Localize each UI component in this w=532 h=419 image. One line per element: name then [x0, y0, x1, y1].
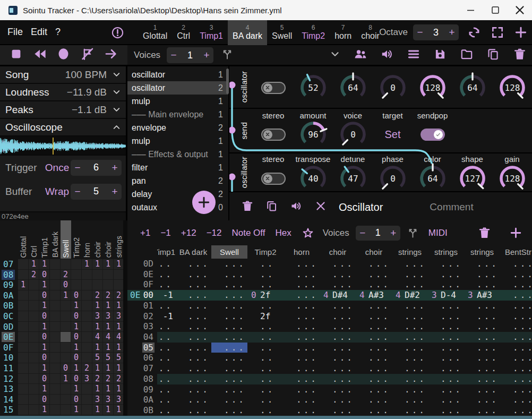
note-cell[interactable]: ... [464, 332, 500, 343]
order-cell[interactable] [29, 353, 39, 363]
note-cell[interactable]: .. [247, 405, 284, 416]
order-cell[interactable]: 0 [39, 374, 50, 384]
note-cell[interactable]: ... [500, 279, 532, 290]
note-cell[interactable]: 4D#4 [320, 290, 356, 301]
octave-decrement-button[interactable]: − [413, 27, 427, 38]
note-cell[interactable]: ... [320, 301, 356, 311]
order-cell[interactable] [82, 322, 92, 332]
note-cell[interactable]: ... [211, 259, 247, 269]
order-cell[interactable] [29, 363, 39, 374]
order-cell[interactable]: 1 [71, 363, 82, 374]
note-cell[interactable]: ... [284, 259, 320, 269]
note-cell[interactable]: ... [356, 395, 392, 405]
unit-list-item[interactable]: envelope2 [127, 121, 228, 134]
chevron-up-icon[interactable] [111, 122, 122, 132]
order-cell[interactable] [18, 322, 29, 332]
disable-unit-button[interactable] [314, 200, 327, 215]
note-track-header-choir[interactable]: choir [356, 245, 392, 259]
note-cell[interactable]: ... [211, 332, 247, 343]
order-cell[interactable] [82, 343, 92, 353]
order-column-header-choir[interactable]: choir [92, 220, 103, 259]
note-cell[interactable]: 4A#3 [356, 290, 392, 301]
note-cell[interactable]: .. [157, 269, 175, 280]
knob[interactable]: 128 [492, 163, 532, 194]
track-tab-horn[interactable]: 7horn [330, 20, 356, 45]
note-cell[interactable]: ... [320, 384, 356, 395]
note-cell[interactable]: ... [175, 332, 211, 343]
note-cell[interactable]: .. [247, 395, 284, 405]
note-cell[interactable]: ... [175, 363, 211, 374]
order-cell[interactable] [103, 280, 114, 290]
note-cell[interactable]: ... [500, 363, 532, 374]
unit-row-oscillator[interactable]: oscillator5264012864128 [229, 66, 532, 109]
order-row-label[interactable]: 0A [0, 290, 18, 301]
note-cell[interactable]: .. [247, 353, 284, 363]
order-cell[interactable] [61, 395, 71, 405]
record-button[interactable] [56, 47, 71, 63]
stereo-toggle[interactable] [253, 163, 293, 194]
order-cell[interactable] [50, 290, 61, 301]
note-cell[interactable]: ... [464, 343, 500, 353]
note-cell[interactable]: -1 [157, 311, 175, 322]
delete-instrument-button[interactable] [513, 47, 527, 61]
note-cell[interactable]: ... [211, 405, 247, 416]
note-cell[interactable]: ... [175, 343, 211, 353]
note-cell[interactable]: ... [211, 311, 247, 322]
order-cell[interactable]: 2 [82, 363, 92, 374]
order-cell[interactable] [50, 301, 61, 311]
order-cell[interactable] [50, 311, 61, 322]
order-cell[interactable] [18, 343, 29, 353]
order-cell[interactable] [29, 384, 39, 395]
order-column-header-horn[interactable]: horn [82, 220, 92, 259]
panel-row-loudness[interactable]: Loudness−11.9 dB [0, 84, 126, 101]
order-cell[interactable]: 1 [39, 384, 50, 395]
order-cell[interactable]: 3 [114, 395, 123, 405]
panel-row-song[interactable]: Song100 BPM [0, 66, 126, 84]
note-cell[interactable]: ... [320, 363, 356, 374]
order-cell[interactable]: 1 [92, 405, 103, 415]
order-cell[interactable]: 2 [29, 270, 39, 280]
note-cell[interactable]: ... [428, 321, 464, 332]
note-cell[interactable]: .. [247, 374, 284, 384]
unit-editor-scrollbar[interactable] [226, 69, 229, 94]
knob[interactable]: 128 [492, 72, 532, 103]
note-cell[interactable]: ... [320, 269, 356, 280]
knob[interactable]: 96 [293, 119, 333, 150]
note-cell[interactable]: ... [211, 395, 247, 405]
note-cell[interactable]: ... [175, 353, 211, 363]
note-cell[interactable]: ... [175, 259, 211, 269]
order-cell[interactable] [82, 405, 92, 415]
order-cell[interactable]: 1 [71, 405, 82, 415]
order-cell[interactable]: 1 [103, 363, 114, 374]
order-row-label[interactable]: 11 [0, 363, 18, 374]
note-cell[interactable]: ... [284, 395, 320, 405]
note-cell[interactable]: ... [464, 279, 500, 290]
note-cell[interactable]: ... [211, 343, 247, 353]
note-cell[interactable]: ... [284, 301, 320, 311]
add-track-button[interactable] [509, 226, 522, 240]
note-cell[interactable]: ... [175, 405, 211, 416]
unit-list-item[interactable]: mulp1 [127, 134, 228, 148]
order-row-label[interactable]: 09 [0, 280, 18, 290]
note-cell[interactable]: ... [392, 363, 428, 374]
order-cell[interactable]: 1 [103, 259, 114, 270]
note-cell[interactable]: .. [157, 374, 175, 384]
track-tab-swell[interactable]: 5Swell [267, 20, 297, 45]
note-cell[interactable]: ... [175, 269, 211, 280]
note-cell[interactable]: ... [392, 259, 428, 269]
order-cell[interactable]: 0 [39, 395, 50, 405]
order-cell[interactable] [50, 395, 61, 405]
order-row-label[interactable]: 13 [0, 384, 18, 395]
target-set-button[interactable]: Set [373, 119, 413, 150]
note-cell[interactable]: ... [500, 321, 532, 332]
note-cell[interactable]: ... [392, 395, 428, 405]
order-cell[interactable]: 1 [39, 343, 50, 353]
note-cell[interactable]: ... [356, 374, 392, 384]
order-cell[interactable] [18, 332, 29, 343]
order-cell[interactable]: 1 [114, 322, 123, 332]
note-cell[interactable]: ... [356, 405, 392, 416]
order-cell[interactable]: 1 [92, 322, 103, 332]
note-cell[interactable]: ... [284, 343, 320, 353]
menu-file[interactable]: File [7, 27, 23, 38]
note-cell[interactable]: ... [392, 405, 428, 416]
